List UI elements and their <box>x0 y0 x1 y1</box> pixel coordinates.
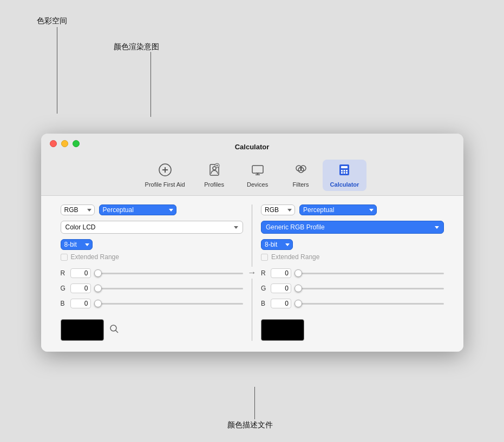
devices-label: Devices <box>247 181 268 188</box>
color-profile-annotation: 颜色描述文件 <box>227 420 273 430</box>
svg-rect-23 <box>346 172 348 174</box>
right-color-swatch <box>261 319 304 341</box>
svg-point-24 <box>110 325 116 331</box>
left-color-space-select[interactable]: RGB CMYK Lab <box>61 204 95 215</box>
left-bitdepth-row: 8-bit 16-bit <box>61 239 244 250</box>
right-r-value[interactable] <box>271 268 291 278</box>
left-r-row: R <box>61 268 244 278</box>
left-r-label: R <box>61 269 67 277</box>
panels: RGB CMYK Lab Perceptual Relative Colorim… <box>52 204 453 341</box>
profiles-label: Profiles <box>204 181 224 188</box>
color-space-annotation: 色彩空间 <box>37 16 67 26</box>
left-b-slider[interactable] <box>94 303 244 305</box>
left-profile-select[interactable]: Color LCD <box>61 221 244 234</box>
right-b-row: B <box>261 299 444 308</box>
right-r-label: R <box>261 269 267 277</box>
svg-rect-21 <box>341 172 343 174</box>
right-extended-range-row: Extended Range <box>261 253 444 261</box>
left-g-slider[interactable] <box>94 288 244 289</box>
svg-rect-20 <box>346 170 348 171</box>
right-g-slider[interactable] <box>294 288 444 289</box>
color-space-line <box>57 27 57 114</box>
left-r-value[interactable] <box>70 268 91 278</box>
window-title: Calculator <box>50 143 455 151</box>
right-g-row: G <box>261 283 444 293</box>
right-bitdepth-select[interactable]: 8-bit 16-bit <box>261 239 293 250</box>
render-intent-annotation: 颜色渲染意图 <box>114 42 159 52</box>
left-b-value[interactable] <box>70 299 91 308</box>
toolbar-item-filters[interactable]: Filters <box>279 160 323 191</box>
toolbar-item-calculator[interactable]: Calculator <box>323 160 367 191</box>
minimize-button[interactable] <box>61 140 68 147</box>
left-bitdepth-select[interactable]: 8-bit 16-bit <box>61 239 93 250</box>
right-b-label: B <box>261 300 267 307</box>
left-render-intent-select[interactable]: Perceptual Relative Colorimetric Saturat… <box>99 204 176 215</box>
svg-line-25 <box>115 331 118 333</box>
right-r-slider[interactable] <box>294 273 444 274</box>
left-swatch-row <box>61 319 244 341</box>
svg-rect-19 <box>344 170 345 171</box>
right-swatch-row <box>261 319 444 341</box>
left-color-swatch <box>61 319 104 341</box>
left-top-controls: RGB CMYK Lab Perceptual Relative Colorim… <box>61 204 244 215</box>
content-area: RGB CMYK Lab Perceptual Relative Colorim… <box>41 196 463 352</box>
toolbar-item-devices[interactable]: Devices <box>236 160 279 191</box>
left-r-slider[interactable] <box>94 273 244 274</box>
right-profile-select[interactable]: Generic RGB Profile <box>261 221 444 234</box>
left-g-row: G <box>61 283 244 293</box>
render-intent-line <box>150 52 151 117</box>
right-panel: RGB CMYK Lab Perceptual Relative Colorim… <box>252 204 453 341</box>
svg-rect-18 <box>341 170 343 171</box>
filters-label: Filters <box>293 181 309 188</box>
left-g-value[interactable] <box>70 283 91 293</box>
profile-first-aid-label: Profile First Aid <box>145 181 185 188</box>
svg-rect-17 <box>341 166 348 168</box>
left-g-label: G <box>61 285 67 292</box>
right-g-value[interactable] <box>271 283 291 293</box>
right-b-value[interactable] <box>271 299 291 308</box>
svg-rect-22 <box>344 172 345 174</box>
left-b-row: B <box>61 299 244 308</box>
right-top-controls: RGB CMYK Lab Perceptual Relative Colorim… <box>261 204 444 215</box>
right-b-slider[interactable] <box>294 303 444 305</box>
main-window: Calculator Profile First Aid <box>41 134 463 352</box>
right-profile-row: Generic RGB Profile <box>261 221 444 234</box>
devices-icon <box>251 163 265 179</box>
profiles-icon <box>207 163 221 179</box>
color-profile-line <box>254 387 255 419</box>
right-g-label: G <box>261 285 267 292</box>
left-profile-row: Color LCD <box>61 221 244 234</box>
toolbar-item-profiles[interactable]: Profiles <box>193 160 236 191</box>
right-bitdepth-row: 8-bit 16-bit <box>261 239 444 250</box>
maximize-button[interactable] <box>73 140 80 147</box>
left-extended-range-label: Extended Range <box>71 253 119 261</box>
left-extended-range-row: Extended Range <box>61 253 244 261</box>
right-r-row: R <box>261 268 444 278</box>
filters-icon <box>294 163 308 179</box>
toolbar-item-profile-first-aid[interactable]: Profile First Aid <box>138 160 193 191</box>
toolbar: Profile First Aid Profiles <box>50 155 455 195</box>
right-extended-range-label: Extended Range <box>271 253 319 261</box>
left-sliders: R G B <box>61 268 244 308</box>
right-extended-range-checkbox[interactable] <box>261 254 268 261</box>
calculator-icon <box>337 163 351 179</box>
left-search-button[interactable] <box>109 324 119 336</box>
arrow-indicator: → <box>246 267 259 279</box>
right-color-space-select[interactable]: RGB CMYK Lab <box>261 204 295 215</box>
svg-rect-9 <box>252 166 263 173</box>
profile-first-aid-icon <box>158 163 172 179</box>
left-b-label: B <box>61 300 67 307</box>
left-extended-range-checkbox[interactable] <box>61 254 68 261</box>
calculator-label: Calculator <box>330 181 359 188</box>
left-panel: RGB CMYK Lab Perceptual Relative Colorim… <box>52 204 252 341</box>
right-sliders: R G B <box>261 268 444 308</box>
close-button[interactable] <box>50 140 57 147</box>
right-render-intent-select[interactable]: Perceptual Relative Colorimetric Saturat… <box>299 204 377 215</box>
titlebar: Calculator Profile First Aid <box>41 134 463 196</box>
